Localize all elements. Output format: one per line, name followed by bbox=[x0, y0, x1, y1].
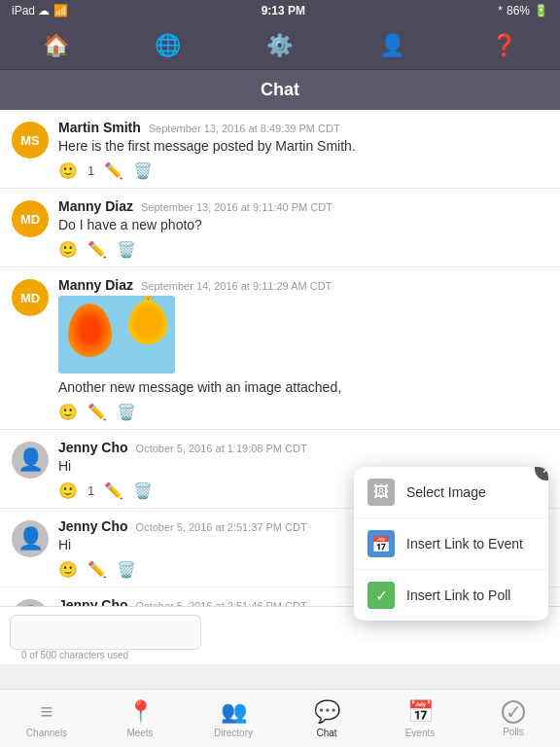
delete-icon[interactable]: 🗑️ bbox=[117, 560, 136, 579]
chat-label: Chat bbox=[316, 728, 336, 738]
message-actions: 🙂 ✏️ 🗑️ bbox=[58, 401, 548, 425]
emoji-icon[interactable]: 🙂 bbox=[58, 240, 78, 259]
help-nav-icon[interactable]: ❓ bbox=[482, 24, 525, 67]
message-item: MD Manny Diaz September 13, 2016 at 9:11… bbox=[0, 189, 560, 267]
insert-poll-label: Insert Link to Poll bbox=[406, 587, 510, 603]
tab-meets[interactable]: 📍 Meets bbox=[93, 699, 187, 738]
message-header: Manny Diaz September 14, 2016 at 9:11:29… bbox=[58, 277, 548, 293]
edit-icon[interactable]: ✏️ bbox=[104, 481, 123, 500]
poll-icon: ✓ bbox=[368, 582, 395, 609]
delete-icon[interactable]: 🗑️ bbox=[117, 403, 136, 421]
edit-icon[interactable]: ✏️ bbox=[88, 240, 107, 259]
message-author: Jenny Cho bbox=[58, 440, 128, 455]
message-text: Another new message with an image attach… bbox=[58, 379, 548, 395]
bluetooth-icon: * bbox=[498, 4, 503, 18]
user-nav-icon[interactable]: 👤 bbox=[370, 24, 413, 67]
message-author: Martin Smith bbox=[58, 120, 141, 135]
message-content: Manny Diaz September 14, 2016 at 9:11:29… bbox=[58, 277, 548, 425]
message-image bbox=[58, 296, 175, 374]
status-right: * 86% 🔋 bbox=[498, 4, 548, 18]
polls-label: Polls bbox=[503, 727, 524, 737]
avatar-ms: MS bbox=[12, 122, 49, 159]
emoji-icon[interactable]: 🙂 bbox=[58, 560, 78, 579]
message-text: Here is the first message posted by Mart… bbox=[58, 138, 548, 154]
chat-icon: 💬 bbox=[314, 699, 340, 725]
popup-menu: ✕ 🖼 Select Image 📅 Insert Link to Event … bbox=[354, 467, 548, 621]
message-actions: 🙂 1 ✏️ 🗑️ bbox=[58, 160, 548, 184]
settings-nav-icon[interactable]: ⚙️ bbox=[259, 24, 301, 67]
globe-nav-icon[interactable]: 🌐 bbox=[147, 24, 190, 67]
message-author: Jenny Cho bbox=[58, 518, 128, 534]
message-time: September 13, 2016 at 9:11:40 PM CDT bbox=[141, 201, 332, 213]
nav-bar: 🏠 🌐 ⚙️ 👤 ❓ bbox=[0, 21, 560, 70]
message-content: Manny Diaz September 13, 2016 at 9:11:40… bbox=[58, 198, 548, 263]
message-author: Jenny Cho bbox=[58, 597, 128, 606]
insert-event-button[interactable]: 📅 Insert Link to Event bbox=[354, 518, 548, 570]
select-image-label: Select Image bbox=[406, 484, 486, 500]
channels-label: Channels bbox=[26, 728, 67, 738]
emoji-icon[interactable]: 🙂 bbox=[58, 481, 78, 500]
directory-icon: 👥 bbox=[221, 699, 247, 725]
tab-channels[interactable]: ≡ Channels bbox=[0, 699, 93, 738]
message-item: MS Martin Smith September 13, 2016 at 8:… bbox=[0, 110, 560, 189]
select-image-button[interactable]: 🖼 Select Image bbox=[354, 467, 548, 518]
balloon2 bbox=[128, 301, 167, 344]
tab-events[interactable]: 📅 Events bbox=[373, 699, 467, 738]
message-content: Martin Smith September 13, 2016 at 8:49:… bbox=[58, 120, 548, 184]
image-icon: 🖼 bbox=[368, 479, 395, 506]
edit-icon[interactable]: ✏️ bbox=[88, 560, 107, 579]
message-time: October 5, 2016 at 1:19:08 PM CDT bbox=[136, 443, 307, 454]
status-time: 9:13 PM bbox=[262, 4, 305, 18]
home-nav-icon[interactable]: 🏠 bbox=[35, 24, 78, 67]
meets-label: Meets bbox=[126, 728, 153, 738]
emoji-icon[interactable]: 🙂 bbox=[58, 403, 78, 421]
char-count: 0 of 500 characters used bbox=[10, 650, 550, 662]
message-header: Jenny Cho October 5, 2016 at 1:19:08 PM … bbox=[58, 440, 548, 455]
message-author: Manny Diaz bbox=[58, 198, 133, 214]
avatar-md: MD bbox=[12, 200, 49, 237]
message-time: September 14, 2016 at 9:11:29 AM CDT bbox=[141, 280, 332, 292]
battery-level: 86% bbox=[507, 4, 530, 18]
polls-icon: ✓ bbox=[502, 700, 525, 724]
events-icon: 📅 bbox=[407, 699, 434, 725]
balloon1 bbox=[68, 303, 112, 357]
reaction-count: 1 bbox=[88, 163, 94, 178]
avatar-md: MD bbox=[12, 279, 49, 316]
message-item: MD Manny Diaz September 14, 2016 at 9:11… bbox=[0, 267, 560, 430]
events-label: Events bbox=[405, 728, 436, 738]
event-icon: 📅 bbox=[368, 530, 395, 557]
directory-label: Directory bbox=[214, 728, 253, 738]
ipad-label: iPad ☁ bbox=[12, 4, 50, 18]
tab-directory[interactable]: 👥 Directory bbox=[187, 699, 280, 738]
emoji-icon[interactable]: 🙂 bbox=[58, 161, 78, 180]
message-input[interactable] bbox=[10, 615, 201, 650]
avatar-jc bbox=[12, 520, 49, 557]
tab-bar: ≡ Channels 📍 Meets 👥 Directory 💬 Chat 📅 … bbox=[0, 689, 560, 747]
message-actions: 🙂 ✏️ 🗑️ bbox=[58, 238, 548, 263]
insert-event-label: Insert Link to Event bbox=[406, 536, 523, 551]
message-header: Manny Diaz September 13, 2016 at 9:11:40… bbox=[58, 198, 548, 214]
avatar-jc bbox=[12, 599, 49, 606]
delete-icon[interactable]: 🗑️ bbox=[133, 161, 153, 180]
status-left: iPad ☁ 📶 bbox=[12, 4, 68, 18]
page-title: Chat bbox=[0, 70, 560, 110]
reaction-count: 1 bbox=[88, 483, 94, 498]
edit-icon[interactable]: ✏️ bbox=[104, 161, 123, 180]
channels-icon: ≡ bbox=[41, 699, 53, 725]
message-time: October 5, 2016 at 2:51:46 PM CDT bbox=[136, 600, 307, 606]
tab-polls[interactable]: ✓ Polls bbox=[467, 700, 560, 737]
message-text: Do I have a new photo? bbox=[58, 217, 548, 232]
status-bar: iPad ☁ 📶 9:13 PM * 86% 🔋 bbox=[0, 0, 560, 21]
battery-icon: 🔋 bbox=[534, 4, 548, 18]
tab-chat[interactable]: 💬 Chat bbox=[280, 699, 373, 738]
meets-icon: 📍 bbox=[127, 699, 154, 725]
message-author: Manny Diaz bbox=[58, 277, 133, 293]
message-header: Martin Smith September 13, 2016 at 8:49:… bbox=[58, 120, 548, 135]
edit-icon[interactable]: ✏️ bbox=[88, 403, 107, 421]
delete-icon[interactable]: 🗑️ bbox=[117, 240, 136, 259]
insert-poll-button[interactable]: ✓ Insert Link to Poll bbox=[354, 570, 548, 621]
message-time: September 13, 2016 at 8:49:39 PM CDT bbox=[149, 123, 340, 134]
wifi-icon: 📶 bbox=[53, 4, 68, 18]
delete-icon[interactable]: 🗑️ bbox=[133, 481, 153, 500]
avatar-jc bbox=[12, 442, 49, 479]
